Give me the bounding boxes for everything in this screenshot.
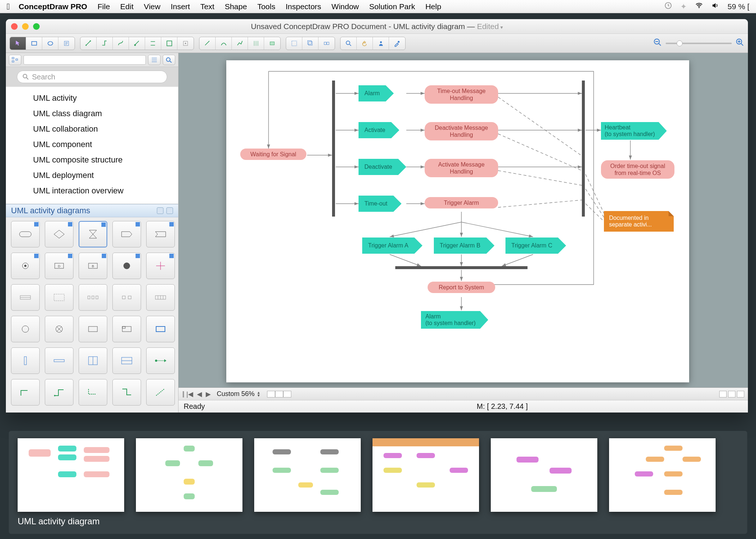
stencil-frame-tab[interactable] (112, 316, 141, 342)
nav-first[interactable]: |◀ (186, 390, 193, 398)
node-order-timeout[interactable]: Order time-out signal from real-time OS (601, 160, 674, 179)
node-trigger-alarm[interactable]: Trigger Alarm (425, 197, 498, 208)
signal-alarm-handler[interactable]: Alarm (to system handler) (421, 311, 488, 329)
zoom-stepper[interactable]: ▲▼ (257, 391, 260, 397)
apple-menu-icon[interactable]:  (7, 1, 10, 12)
menu-shape[interactable]: Shape (225, 2, 247, 11)
connector-1[interactable] (80, 37, 97, 50)
page-thumbs[interactable] (267, 391, 291, 397)
close-window-button[interactable] (11, 23, 18, 30)
menu-inspectors[interactable]: Inspectors (285, 2, 321, 11)
sidebar-tree-icon[interactable] (9, 55, 21, 65)
line-2[interactable] (216, 37, 232, 50)
menu-window[interactable]: Window (331, 2, 359, 11)
stencil-elbow-4[interactable] (112, 379, 141, 406)
stencil-diamond[interactable] (45, 221, 73, 247)
stencil-pins2[interactable] (112, 284, 141, 311)
app-name[interactable]: ConceptDraw PRO (19, 2, 87, 11)
tree-item-uml-interaction[interactable]: UML interaction overview (6, 183, 178, 199)
node-activate-handling[interactable]: Activate Message Handling (425, 159, 498, 177)
stencil-object-b[interactable]: B (79, 253, 107, 279)
connector-7[interactable] (177, 37, 194, 50)
signal-heartbeat[interactable]: Heartbeat (to system handler) (601, 122, 667, 140)
line-3[interactable] (232, 37, 248, 50)
stencil-save-icon[interactable] (157, 207, 163, 214)
stencil-hourglass[interactable] (79, 221, 107, 247)
stencil-rounded-rect[interactable] (11, 221, 40, 247)
connector-3[interactable] (113, 37, 129, 50)
signal-activate[interactable]: Activate (359, 122, 399, 138)
view-mode-buttons[interactable] (719, 391, 748, 397)
title-dropdown-icon[interactable]: ▾ (500, 24, 503, 30)
connector-5[interactable] (145, 37, 161, 50)
sidebar-search-icon[interactable] (163, 55, 175, 65)
zoom-in-icon[interactable] (735, 38, 744, 49)
join-bar-3[interactable] (395, 266, 528, 269)
signal-trigger-b[interactable]: Trigger Alarm B (434, 238, 494, 254)
zoom-out-icon[interactable] (653, 38, 662, 49)
bluetooth-icon[interactable]: ✦ (680, 2, 687, 11)
library-search[interactable]: Search (17, 71, 167, 83)
zoom-window-button[interactable] (33, 23, 40, 30)
stencil-flow[interactable] (146, 347, 175, 374)
stencil-frame-hl[interactable] (146, 316, 175, 342)
text-tool[interactable] (58, 37, 75, 50)
stencil-hbar[interactable] (45, 347, 73, 374)
stencil-circle[interactable] (11, 316, 40, 342)
stencil-elbow-5[interactable] (146, 379, 175, 406)
stencil-final[interactable] (112, 253, 141, 279)
gallery-thumb-6[interactable] (609, 438, 716, 512)
split-handle[interactable]: || (182, 390, 183, 398)
time-machine-icon[interactable] (664, 1, 672, 11)
node-timeout-handling[interactable]: Time-out Message Handling (425, 85, 498, 104)
tree-item-uml-composite[interactable]: UML composite structure (6, 152, 178, 168)
canvas[interactable]: Waiting for Signal Alarm Activate Deacti… (179, 53, 748, 388)
tree-item-uml-component[interactable]: UML component (6, 137, 178, 152)
menu-text[interactable]: Text (200, 2, 215, 11)
wifi-icon[interactable] (695, 1, 703, 11)
eyedropper-tool[interactable] (389, 37, 405, 50)
pan-tool[interactable] (357, 37, 373, 50)
signal-trigger-a[interactable]: Trigger Alarm A (362, 238, 422, 254)
nav-next[interactable]: ▶ (206, 390, 211, 398)
volume-icon[interactable] (711, 1, 719, 11)
stencil-close-icon[interactable] (166, 207, 173, 214)
tree-item-uml-activity[interactable]: UML activity (6, 90, 178, 106)
menu-edit[interactable]: Edit (120, 2, 133, 11)
stencil-signal-recv[interactable] (146, 221, 175, 247)
stencil-partition-v[interactable] (79, 347, 107, 374)
node-waiting[interactable]: Waiting for Signal (240, 149, 306, 160)
menu-help[interactable]: Help (425, 2, 441, 11)
menu-insert[interactable]: Insert (171, 2, 190, 11)
tree-item-uml-collab[interactable]: UML collaboration (6, 121, 178, 137)
gallery-thumb-1[interactable] (18, 438, 124, 512)
gallery-thumb-4[interactable] (372, 438, 479, 512)
signal-alarm[interactable]: Alarm (359, 85, 394, 101)
connector-4[interactable] (129, 37, 145, 50)
presentation-tool[interactable] (373, 37, 389, 50)
connector-2[interactable] (97, 37, 113, 50)
menu-tools[interactable]: Tools (257, 2, 275, 11)
arrange-1[interactable] (286, 37, 302, 50)
menu-file[interactable]: File (97, 2, 110, 11)
tree-item-uml-class[interactable]: UML class diagram (6, 106, 178, 121)
arrange-3[interactable] (318, 37, 335, 50)
pointer-tool[interactable] (10, 37, 26, 50)
zoom-tool[interactable] (341, 37, 357, 50)
stencil-pins3[interactable] (79, 284, 107, 311)
rect-tool[interactable] (26, 37, 42, 50)
line-5[interactable] (264, 37, 280, 50)
stencil-elbow-3[interactable] (79, 379, 107, 406)
stencil-merge[interactable] (146, 253, 175, 279)
page[interactable]: Waiting for Signal Alarm Activate Deacti… (226, 60, 689, 382)
stencil-object-d[interactable]: D (45, 253, 73, 279)
connector-6[interactable] (161, 37, 177, 50)
signal-timeout[interactable]: Time-out (359, 196, 402, 212)
stencil-elbow-1[interactable] (11, 379, 40, 406)
stencil-elbow-2[interactable] (45, 379, 73, 406)
gallery-thumb-3[interactable] (254, 438, 361, 512)
sidebar-list-icon[interactable] (148, 55, 161, 65)
menu-solution-park[interactable]: Solution Park (369, 2, 415, 11)
stencil-initial[interactable] (11, 253, 40, 279)
line-1[interactable] (199, 37, 216, 50)
